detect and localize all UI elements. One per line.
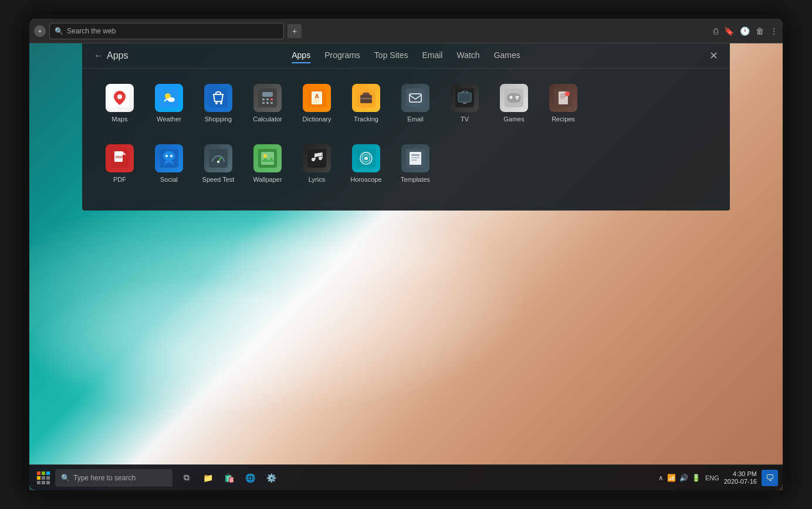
taskbar-search[interactable]: 🔍 Type here to search	[55, 469, 172, 487]
svg-rect-11	[266, 99, 269, 100]
taskbar-file-explorer[interactable]: 📁	[198, 469, 217, 487]
svg-point-4	[168, 97, 175, 102]
history-icon[interactable]: 🕐	[740, 26, 750, 36]
svg-point-56	[312, 158, 315, 161]
svg-rect-67	[411, 160, 417, 161]
search-icon: 🔍	[55, 27, 63, 35]
app-shopping[interactable]: Shopping	[195, 78, 242, 129]
app-recipes[interactable]: Recipes	[540, 78, 587, 129]
app-pdf[interactable]: PDF PDF	[96, 138, 143, 189]
taskbar: 🔍 Type here to search ⧉ 📁 🛍️ 🌐 ⚙️ ∧ 📶 🔊 …	[29, 464, 783, 490]
system-tray: ∧ 📶 🔊 🔋	[658, 474, 701, 482]
lyrics-label: Lyrics	[309, 176, 325, 184]
more-icon[interactable]: ⋮	[770, 26, 778, 36]
pdf-icon: PDF	[106, 144, 134, 172]
svg-rect-33	[510, 96, 512, 99]
svg-rect-22	[360, 95, 372, 103]
templates-label: Templates	[401, 176, 430, 184]
svg-point-47	[163, 151, 175, 161]
close-button[interactable]: ✕	[706, 49, 720, 63]
tab-apps[interactable]: Apps	[292, 48, 310, 63]
tab-games[interactable]: Games	[494, 48, 520, 63]
monitor: ● 🔍 Search the web + ⎙ 🔖 🕐 🗑 ⋮ ← Apps	[25, 14, 787, 495]
share-icon[interactable]: ⎙	[713, 26, 718, 36]
svg-rect-23	[406, 89, 425, 107]
tracking-icon	[352, 84, 380, 112]
svg-rect-66	[411, 157, 419, 158]
notification-icon: 🗨	[766, 473, 774, 483]
app-calculator[interactable]: Calculator	[244, 78, 291, 129]
volume-icon[interactable]: 🔊	[679, 474, 688, 482]
svg-point-62	[364, 157, 368, 160]
bookmark-icon[interactable]: 🔖	[724, 26, 734, 36]
horoscope-icon	[352, 144, 380, 172]
svg-rect-65	[411, 154, 419, 156]
taskbar-store[interactable]: 🛍️	[219, 469, 238, 487]
battery-icon[interactable]: 🔋	[692, 474, 701, 482]
svg-point-42	[565, 91, 570, 96]
taskbar-search-placeholder: Type here to search	[73, 474, 136, 482]
network-icon[interactable]: 📶	[667, 474, 676, 482]
svg-rect-26	[458, 93, 471, 102]
tv-icon	[451, 84, 479, 112]
tab-watch[interactable]: Watch	[456, 48, 479, 63]
svg-rect-31	[507, 93, 521, 103]
svg-rect-9	[262, 92, 273, 97]
wallpaper-icon	[253, 144, 282, 172]
notification-center[interactable]: 🗨	[762, 470, 778, 486]
tab-programs[interactable]: Programs	[324, 48, 360, 63]
toolbar-icons: ⎙ 🔖 🕐 🗑 ⋮	[713, 26, 778, 36]
app-lyrics[interactable]: Lyrics	[293, 138, 340, 189]
app-speedtest[interactable]: Speed Test	[195, 138, 242, 189]
svg-rect-14	[266, 102, 269, 104]
taskbar-edge[interactable]: 🌐	[241, 469, 259, 487]
svg-text:A: A	[314, 93, 319, 100]
pdf-label: PDF	[113, 176, 126, 184]
taskbar-pinned-apps: ⧉ 📁 🛍️ 🌐 ⚙️	[177, 469, 280, 487]
app-games[interactable]: Games	[490, 78, 537, 129]
tab-email[interactable]: Email	[422, 48, 442, 63]
app-horoscope[interactable]: Horoscope	[343, 138, 390, 189]
browser-search-bar[interactable]: 🔍 Search the web	[49, 23, 284, 39]
calculator-label: Calculator	[253, 116, 282, 123]
svg-rect-50	[209, 149, 228, 168]
svg-point-54	[263, 154, 267, 158]
app-social[interactable]: Social	[146, 138, 192, 189]
taskbar-right: ∧ 📶 🔊 🔋 ENG 4:30 PM 2020-07-16 🗨	[658, 470, 778, 486]
taskbar-settings[interactable]: ⚙️	[262, 469, 280, 487]
app-tv[interactable]: TV	[441, 78, 488, 129]
app-maps[interactable]: Maps	[96, 78, 143, 129]
app-templates[interactable]: Templates	[392, 138, 439, 189]
taskbar-task-view[interactable]: ⧉	[177, 469, 196, 487]
taskbar-search-icon: 🔍	[61, 474, 70, 482]
speedtest-icon	[204, 144, 232, 172]
svg-rect-27	[463, 103, 466, 104]
social-icon	[155, 144, 183, 172]
svg-text:PDF: PDF	[116, 155, 123, 159]
dictionary-label: Dictionary	[303, 116, 331, 123]
app-weather[interactable]: Weather	[146, 78, 192, 129]
add-tab-button[interactable]: +	[287, 24, 302, 38]
tv-label: TV	[461, 116, 469, 123]
tab-top-sites[interactable]: Top Sites	[374, 48, 408, 63]
calculator-icon	[253, 84, 282, 112]
svg-rect-15	[270, 102, 273, 104]
taskbar-clock[interactable]: 4:30 PM 2020-07-16	[724, 470, 757, 485]
apps-panel-header: ← Apps Apps Programs Top Sites Email Wat…	[82, 43, 730, 69]
app-dictionary[interactable]: A Dictionary	[293, 78, 340, 129]
horoscope-label: Horoscope	[350, 176, 381, 184]
app-wallpaper[interactable]: Wallpaper	[244, 138, 291, 189]
clock-date: 2020-07-16	[724, 478, 757, 485]
app-tracking[interactable]: Tracking	[343, 78, 390, 129]
app-email[interactable]: Email	[392, 78, 439, 129]
svg-point-51	[217, 161, 219, 163]
start-button[interactable]	[34, 469, 53, 487]
shopping-label: Shopping	[205, 116, 232, 123]
back-button[interactable]: ← Apps	[94, 50, 128, 61]
trash-icon[interactable]: 🗑	[756, 26, 764, 36]
apps-grid-row2: PDF PDF Social Speed Test	[82, 138, 730, 199]
chevron-up-icon[interactable]: ∧	[658, 474, 664, 482]
wallpaper-label: Wallpaper	[253, 176, 282, 184]
browser-favicon: ●	[34, 25, 46, 37]
svg-point-34	[516, 96, 517, 98]
